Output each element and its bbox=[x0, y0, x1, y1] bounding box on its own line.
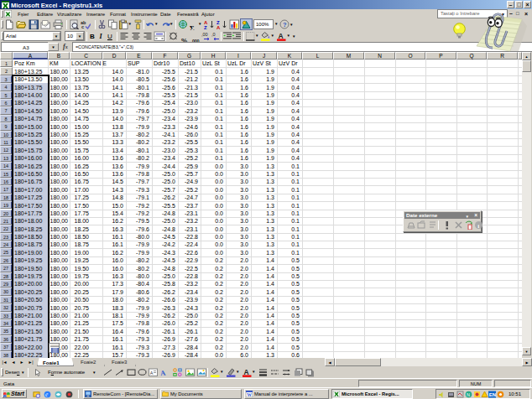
svg-text:,0: ,0 bbox=[211, 32, 216, 37]
svg-text:N: N bbox=[467, 392, 470, 397]
svg-text:i: i bbox=[477, 223, 479, 230]
svg-text:Z: Z bbox=[204, 25, 207, 29]
svg-text:A: A bbox=[150, 370, 154, 376]
svg-text:EN: EN bbox=[489, 392, 496, 397]
svg-text:?: ? bbox=[283, 21, 287, 28]
svg-text:A: A bbox=[204, 20, 208, 25]
svg-text:A: A bbox=[216, 25, 221, 29]
svg-text:c: c bbox=[81, 24, 84, 29]
svg-text:,00: ,00 bbox=[201, 32, 208, 37]
svg-text:A: A bbox=[159, 368, 166, 377]
svg-text:A: A bbox=[244, 368, 249, 376]
svg-text:W: W bbox=[247, 392, 252, 397]
svg-text:A: A bbox=[279, 32, 284, 40]
svg-text:Z: Z bbox=[216, 20, 220, 25]
